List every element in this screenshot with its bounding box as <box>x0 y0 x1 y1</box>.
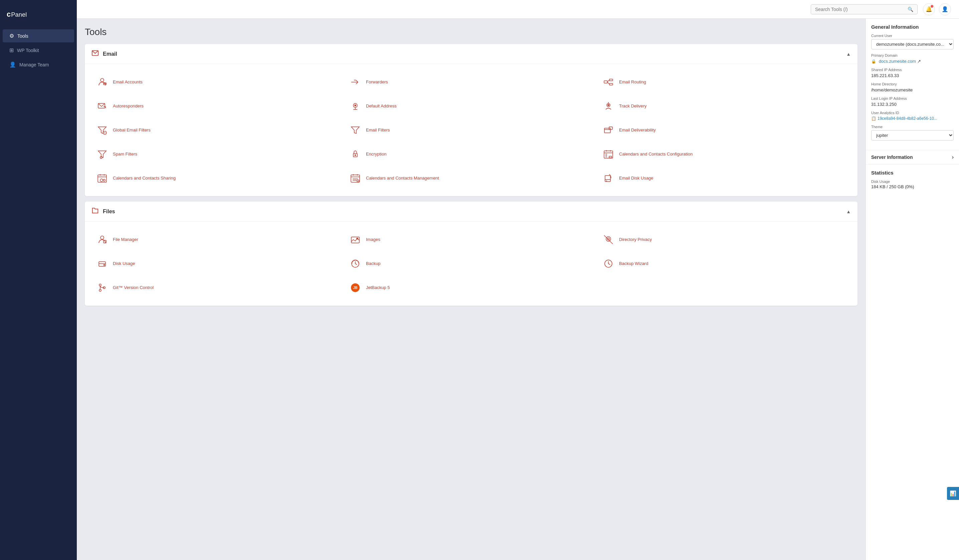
tool-email-routing[interactable]: Email Routing <box>598 71 851 94</box>
sidebar: c Panel ⚙ Tools ⊞ WP Toolkit 👤 Manage Te… <box>0 0 77 560</box>
svg-line-11 <box>607 80 609 82</box>
page-title: Tools <box>85 27 857 37</box>
email-filters-label: Email Filters <box>366 127 390 133</box>
email-icon <box>91 49 99 59</box>
svg-point-45 <box>103 179 105 181</box>
tool-spam-filters[interactable]: Spam Filters <box>91 143 345 165</box>
tool-email-deliverability[interactable]: Email Deliverability <box>598 119 851 142</box>
files-section-header-left: Files <box>91 207 115 216</box>
email-section: Email ▲ <box>85 44 857 196</box>
forwarders-label: Forwarders <box>366 80 388 85</box>
header: 🔍 🔔 👤 <box>77 0 959 19</box>
tool-directory-privacy[interactable]: Directory Privacy <box>598 228 851 251</box>
tool-backup[interactable]: Backup <box>345 252 598 275</box>
user-menu-button[interactable]: 👤 <box>939 3 951 15</box>
sidebar-item-label: WP Toolkit <box>17 48 39 53</box>
tool-forwarders[interactable]: Forwarders <box>345 71 598 94</box>
svg-text:c: c <box>7 10 11 18</box>
header-actions: 🔔 👤 <box>923 3 951 15</box>
theme-select[interactable]: jupiter <box>871 130 954 140</box>
tool-encryption[interactable]: Encryption <box>345 143 598 165</box>
encryption-icon <box>349 148 362 161</box>
disk-usage-stat: Disk Usage 184 KB / 250 GB (0%) <box>871 180 954 189</box>
tool-default-address[interactable]: Default Address <box>345 95 598 118</box>
home-directory-label: Home Directory <box>871 82 954 86</box>
tool-file-manager[interactable]: File Manager <box>91 228 345 251</box>
backup-wizard-icon <box>602 257 615 270</box>
svg-rect-32 <box>604 151 613 158</box>
email-filters-icon <box>349 124 362 137</box>
svg-rect-58 <box>351 237 359 243</box>
svg-point-52 <box>357 180 359 182</box>
tools-area: Tools Email ▲ <box>77 19 865 560</box>
server-info-row[interactable]: Server Information › <box>866 150 959 164</box>
email-accounts-label: Email Accounts <box>113 80 143 85</box>
search-box[interactable]: 🔍 <box>811 4 918 14</box>
file-manager-icon <box>96 233 109 246</box>
svg-point-44 <box>100 179 103 181</box>
current-user-select[interactable]: demozumesite (docs.zumesite.co... <box>871 39 954 49</box>
sidebar-item-wp-toolkit[interactable]: ⊞ WP Toolkit <box>3 44 74 57</box>
spam-filters-icon <box>96 148 109 161</box>
tool-track-delivery[interactable]: Track Delivery <box>598 95 851 118</box>
main-content: 🔍 🔔 👤 Tools <box>77 0 959 560</box>
tool-email-accounts[interactable]: Email Accounts <box>91 71 345 94</box>
tool-email-filters[interactable]: Email Filters <box>345 119 598 142</box>
notification-dot <box>930 5 933 8</box>
svg-text:Panel: Panel <box>11 11 27 18</box>
tool-calendars-contacts-config[interactable]: Calendars and Contacts Configuration <box>598 143 851 165</box>
current-user-label: Current User <box>871 34 954 38</box>
statistics-title: Statistics <box>871 170 954 175</box>
body-layout: Tools Email ▲ <box>77 19 959 560</box>
tool-autoresponders[interactable]: Autoresponders <box>91 95 345 118</box>
jetbackup5-icon: JB <box>349 281 362 294</box>
email-routing-icon <box>602 75 615 89</box>
backup-wizard-label: Backup Wizard <box>619 261 648 267</box>
primary-domain-value: 🔒 docs.zumesite.com ↗ <box>871 59 954 64</box>
primary-domain-link[interactable]: docs.zumesite.com <box>879 59 916 64</box>
analytics-icon: 📋 <box>871 116 876 121</box>
tool-global-email-filters[interactable]: Global Email Filters <box>91 119 345 142</box>
svg-point-68 <box>99 284 101 286</box>
tool-calendars-contacts-management[interactable]: Calendars and Contacts Management <box>345 167 598 189</box>
files-section-header[interactable]: Files ▲ <box>85 202 857 221</box>
chart-toggle-button[interactable]: 📊 <box>947 487 959 500</box>
calendars-contacts-sharing-icon <box>96 172 109 185</box>
calendars-contacts-config-label: Calendars and Contacts Configuration <box>619 151 693 157</box>
calendars-contacts-management-icon <box>349 172 362 185</box>
notifications-button[interactable]: 🔔 <box>923 3 935 15</box>
tool-backup-wizard[interactable]: Backup Wizard <box>598 252 851 275</box>
sidebar-item-manage-team[interactable]: 👤 Manage Team <box>3 58 74 71</box>
sidebar-item-label: Tools <box>18 33 29 39</box>
search-input[interactable] <box>815 7 908 12</box>
tools-icon: ⚙ <box>10 33 14 39</box>
shared-ip-value: 185.221.63.33 <box>871 73 954 78</box>
statistics-section: Statistics Disk Usage 184 KB / 250 GB (0… <box>866 164 959 197</box>
encryption-label: Encryption <box>366 151 386 157</box>
svg-rect-9 <box>609 79 613 81</box>
files-section-title: Files <box>103 208 115 215</box>
tool-disk-usage[interactable]: Disk Usage <box>91 252 345 275</box>
svg-text:JB: JB <box>353 286 358 290</box>
forwarders-icon <box>349 75 362 89</box>
global-email-filters-label: Global Email Filters <box>113 127 151 133</box>
calendars-contacts-sharing-label: Calendars and Contacts Sharing <box>113 175 176 181</box>
tool-images[interactable]: Images <box>345 228 598 251</box>
email-section-header[interactable]: Email ▲ <box>85 44 857 64</box>
tool-calendars-contacts-sharing[interactable]: Calendars and Contacts Sharing <box>91 167 345 189</box>
email-section-body: Email Accounts Forwarders <box>85 64 857 196</box>
email-routing-label: Email Routing <box>619 80 646 85</box>
file-manager-label: File Manager <box>113 237 138 243</box>
svg-rect-36 <box>609 156 612 158</box>
email-accounts-icon <box>96 75 109 89</box>
cpanel-logo: c Panel <box>0 4 77 29</box>
sidebar-item-tools[interactable]: ⚙ Tools <box>3 29 74 42</box>
tool-email-disk-usage[interactable]: Email Disk Usage <box>598 167 851 189</box>
tool-git-version-control[interactable]: Git™ Version Control <box>91 276 345 299</box>
email-section-title: Email <box>103 51 117 57</box>
right-panel: General Information Current User demozum… <box>865 19 959 560</box>
tool-jetbackup5[interactable]: JB JetBackup 5 <box>345 276 598 299</box>
home-directory-value: /home/demozumesite <box>871 88 954 92</box>
files-section-body: File Manager Images <box>85 221 857 306</box>
primary-domain-label: Primary Domain <box>871 53 954 57</box>
